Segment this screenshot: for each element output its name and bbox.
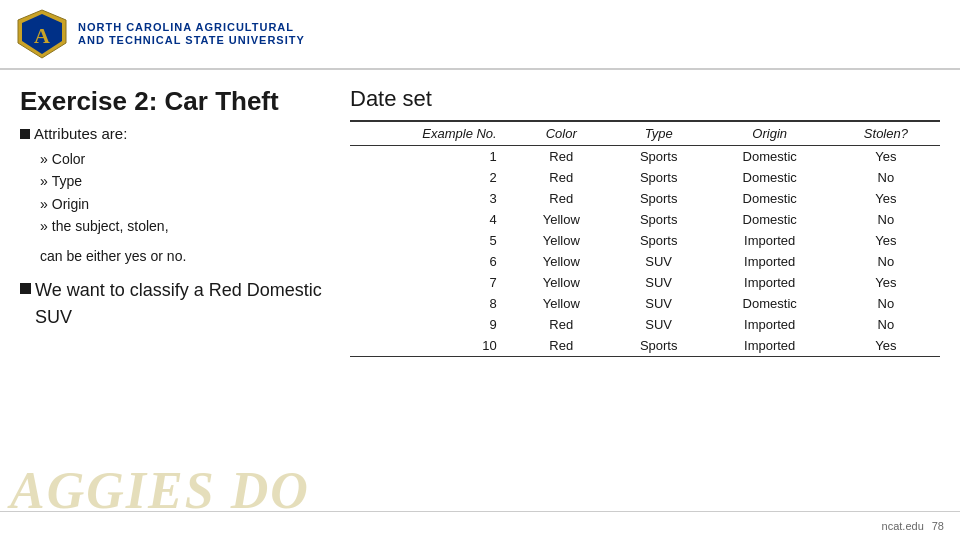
- table-cell: Imported: [708, 314, 832, 335]
- table-cell: Red: [513, 167, 610, 188]
- data-table: Example No. Color Type Origin Stolen? 1R…: [350, 120, 940, 357]
- table-cell: Yes: [832, 272, 940, 293]
- footer: ncat.edu 78: [882, 520, 944, 532]
- right-panel: Date set Example No. Color Type Origin S…: [350, 86, 940, 357]
- table-row: 8YellowSUVDomesticNo: [350, 293, 940, 314]
- table-cell: Yes: [832, 335, 940, 357]
- header: A North Carolina Agricultural and Techni…: [0, 0, 960, 70]
- table-cell: Yes: [832, 188, 940, 209]
- arrow-icon: »: [40, 193, 48, 215]
- bullet-icon: [20, 129, 30, 139]
- table-cell: Yes: [832, 146, 940, 168]
- table-row: 10RedSportsImportedYes: [350, 335, 940, 357]
- table-row: 5YellowSportsImportedYes: [350, 230, 940, 251]
- table-cell: Sports: [610, 146, 708, 168]
- footer-page: 78: [932, 520, 944, 532]
- table-cell: Sports: [610, 335, 708, 357]
- table-cell: No: [832, 314, 940, 335]
- table-cell: Domestic: [708, 146, 832, 168]
- table-row: 1RedSportsDomesticYes: [350, 146, 940, 168]
- table-cell: Red: [513, 146, 610, 168]
- stolen-description: can be either yes or no.: [40, 246, 330, 267]
- attributes-section: Attributes are:: [20, 125, 330, 142]
- table-cell: Red: [513, 335, 610, 357]
- table-row: 3RedSportsDomesticYes: [350, 188, 940, 209]
- table-row: 9RedSUVImportedNo: [350, 314, 940, 335]
- table-cell: 4: [350, 209, 513, 230]
- table-cell: No: [832, 251, 940, 272]
- col-header-origin: Origin: [708, 121, 832, 146]
- table-cell: No: [832, 167, 940, 188]
- table-cell: Domestic: [708, 188, 832, 209]
- left-panel: Exercise 2: Car Theft Attributes are: » …: [20, 86, 330, 357]
- list-item: » Color: [40, 148, 330, 170]
- table-cell: Sports: [610, 167, 708, 188]
- arrow-icon: »: [40, 148, 48, 170]
- university-name: North Carolina Agricultural and Technica…: [78, 21, 305, 47]
- table-row: 6YellowSUVImportedNo: [350, 251, 940, 272]
- table-cell: Yellow: [513, 230, 610, 251]
- table-cell: 2: [350, 167, 513, 188]
- table-cell: Yellow: [513, 293, 610, 314]
- table-cell: Sports: [610, 188, 708, 209]
- col-header-type: Type: [610, 121, 708, 146]
- table-cell: No: [832, 293, 940, 314]
- classify-section: We want to classify a Red Domestic SUV: [20, 277, 330, 331]
- table-cell: Red: [513, 314, 610, 335]
- svg-text:A: A: [34, 23, 50, 48]
- table-cell: SUV: [610, 293, 708, 314]
- table-cell: Yellow: [513, 272, 610, 293]
- table-cell: Domestic: [708, 293, 832, 314]
- university-logo: A: [16, 8, 68, 60]
- attribute-list: » Color » Type » Origin » the subject, s…: [40, 148, 330, 238]
- logo-container: A North Carolina Agricultural and Techni…: [16, 8, 305, 60]
- table-cell: Imported: [708, 335, 832, 357]
- table-cell: Imported: [708, 251, 832, 272]
- table-cell: Yellow: [513, 251, 610, 272]
- table-cell: Yes: [832, 230, 940, 251]
- col-header-stolen: Stolen?: [832, 121, 940, 146]
- table-cell: SUV: [610, 272, 708, 293]
- table-cell: No: [832, 209, 940, 230]
- footer-line: [0, 511, 960, 512]
- table-cell: 7: [350, 272, 513, 293]
- table-cell: Red: [513, 188, 610, 209]
- bullet-icon: [20, 283, 31, 294]
- table-cell: Imported: [708, 272, 832, 293]
- dataset-title: Date set: [350, 86, 940, 112]
- table-cell: 6: [350, 251, 513, 272]
- table-cell: Sports: [610, 209, 708, 230]
- col-header-color: Color: [513, 121, 610, 146]
- table-cell: 8: [350, 293, 513, 314]
- arrow-icon: »: [40, 170, 48, 192]
- table-header-row: Example No. Color Type Origin Stolen?: [350, 121, 940, 146]
- table-cell: Domestic: [708, 209, 832, 230]
- table-cell: Sports: [610, 230, 708, 251]
- table-cell: 3: [350, 188, 513, 209]
- main-content: Exercise 2: Car Theft Attributes are: » …: [0, 70, 960, 373]
- table-cell: 1: [350, 146, 513, 168]
- table-cell: Yellow: [513, 209, 610, 230]
- table-cell: Domestic: [708, 167, 832, 188]
- table-row: 7YellowSUVImportedYes: [350, 272, 940, 293]
- table-cell: SUV: [610, 314, 708, 335]
- table-cell: 10: [350, 335, 513, 357]
- list-item: » the subject, stolen,: [40, 215, 330, 237]
- col-header-example: Example No.: [350, 121, 513, 146]
- table-row: 2RedSportsDomesticNo: [350, 167, 940, 188]
- table-row: 4YellowSportsDomesticNo: [350, 209, 940, 230]
- table-cell: Imported: [708, 230, 832, 251]
- footer-url: ncat.edu: [882, 520, 924, 532]
- arrow-icon: »: [40, 215, 48, 237]
- table-cell: 5: [350, 230, 513, 251]
- list-item: » Origin: [40, 193, 330, 215]
- exercise-title: Exercise 2: Car Theft: [20, 86, 330, 117]
- list-item: » Type: [40, 170, 330, 192]
- table-cell: 9: [350, 314, 513, 335]
- table-cell: SUV: [610, 251, 708, 272]
